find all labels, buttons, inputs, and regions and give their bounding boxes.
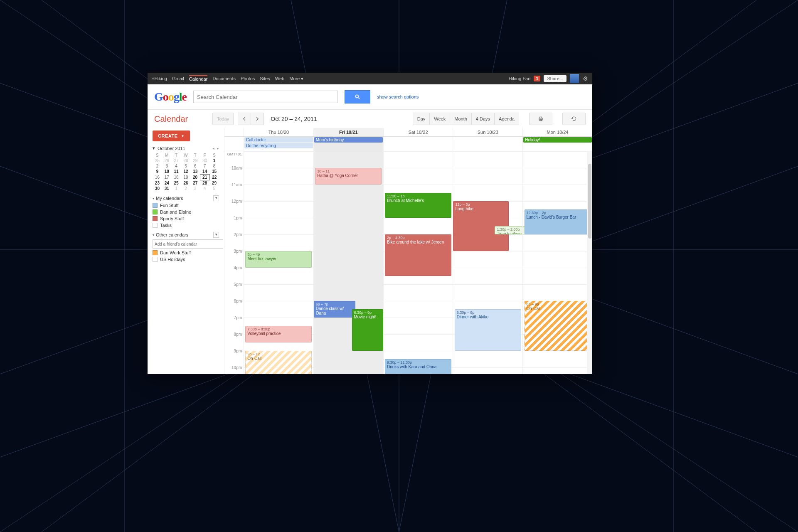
mini-cal-day[interactable]: 3	[162, 163, 172, 169]
calendar-row[interactable]: Dan and Elaine	[153, 209, 219, 214]
day-header[interactable]: Mon 10/24	[522, 128, 592, 136]
notification-badge[interactable]: 1	[534, 76, 540, 81]
allday-cell[interactable]: Holiday!	[522, 137, 592, 151]
view-button[interactable]: Month	[450, 113, 471, 125]
share-button[interactable]: Share...	[544, 75, 566, 82]
google-nav-item[interactable]: Photos	[241, 76, 255, 81]
mini-cal-day[interactable]: 31	[162, 186, 172, 191]
collapse-icon[interactable]: ▾	[153, 233, 154, 237]
mini-cal-next[interactable]: ▸	[217, 146, 219, 150]
prev-button[interactable]	[238, 113, 251, 125]
mini-cal-day[interactable]: 13	[190, 169, 200, 175]
allday-cell[interactable]: Call doctorDo the recycling	[244, 137, 313, 151]
mini-cal-day[interactable]: 3	[190, 186, 200, 191]
mini-cal-day[interactable]: 30	[153, 186, 162, 191]
collapse-icon[interactable]: ▾	[153, 197, 154, 200]
mini-cal-day[interactable]: 27	[172, 158, 181, 163]
calendar-row[interactable]: Sporty Stuff	[153, 216, 219, 221]
allday-event[interactable]: Do the recycling	[244, 143, 313, 148]
mini-cal-day[interactable]: 9	[153, 169, 162, 175]
google-nav-item[interactable]: Calendar	[189, 75, 208, 81]
day-column[interactable]: 11:30 – 1pBrunch at Michelle's2p – 4:30p…	[383, 151, 453, 374]
next-button[interactable]	[251, 113, 264, 125]
mini-cal-day[interactable]: 22	[209, 175, 219, 180]
mini-cal-day[interactable]: 12	[181, 169, 191, 175]
event[interactable]: 9:30p – 11:30pDrinks with Kara and Oana	[385, 359, 451, 374]
allday-cell[interactable]	[453, 137, 522, 151]
create-button[interactable]: CREATE ▼	[153, 131, 190, 141]
mini-cal-day[interactable]: 21	[200, 175, 209, 180]
mini-cal-day[interactable]: 17	[162, 175, 172, 180]
event[interactable]: 6:30p – 9pDinner with Akiko	[455, 309, 521, 351]
mini-cal-day[interactable]: 2	[153, 163, 162, 169]
allday-event[interactable]: Mom's birthday	[314, 137, 383, 143]
mini-cal-day[interactable]: 18	[172, 175, 181, 180]
mini-cal-day[interactable]: 30	[200, 158, 209, 163]
mini-cal-day[interactable]: 16	[153, 175, 162, 180]
event[interactable]: 12:30p – 2pLunch - David's Burger Bar	[525, 209, 591, 234]
section-menu-button[interactable]: ▾	[213, 195, 219, 201]
mini-cal-day[interactable]: 1	[209, 158, 219, 163]
google-nav-item[interactable]: Web	[275, 76, 284, 81]
print-button[interactable]	[529, 113, 552, 125]
event[interactable]: 6p – 9pOn-Call	[525, 301, 591, 351]
mini-cal-day[interactable]: 10	[162, 169, 172, 175]
mini-cal-day[interactable]: 15	[209, 169, 219, 175]
scrollbar[interactable]	[587, 151, 592, 374]
day-header[interactable]: Fri 10/21	[313, 128, 383, 136]
event[interactable]: 3p – 4pMeet tax lawyer	[245, 251, 312, 268]
refresh-button[interactable]	[562, 113, 586, 125]
mini-cal-day[interactable]: 7	[200, 163, 209, 169]
allday-event[interactable]: Holiday!	[523, 137, 592, 143]
day-header[interactable]: Thu 10/20	[244, 128, 313, 136]
event[interactable]: 9p – 12On-Call	[245, 351, 312, 374]
day-column[interactable]: 3p – 4pMeet tax lawyer7:30p – 8:30pVolle…	[244, 151, 313, 374]
mini-cal-day[interactable]: 29	[209, 180, 219, 186]
today-button[interactable]: Today	[212, 113, 234, 125]
mini-cal-day[interactable]: 28	[200, 180, 209, 186]
mini-cal-prev[interactable]: ◂	[212, 146, 214, 150]
mini-cal-grid[interactable]: SMTWTFS252627282930123456789101112131415…	[153, 153, 219, 191]
view-button[interactable]: Agenda	[494, 113, 519, 125]
google-nav-item[interactable]: +Hiking	[152, 76, 167, 81]
google-nav-item[interactable]: Documents	[212, 76, 236, 81]
event[interactable]: 6:30p – 9pMovie night!	[352, 309, 383, 351]
mini-cal-day[interactable]: 19	[181, 175, 191, 180]
mini-cal-day[interactable]: 11	[172, 169, 181, 175]
mini-cal-day[interactable]: 14	[200, 169, 209, 175]
mini-cal-day[interactable]: 5	[181, 163, 191, 169]
user-name[interactable]: Hiking Fan	[509, 76, 531, 81]
add-calendar-input[interactable]	[153, 239, 223, 249]
mini-cal-day[interactable]: 24	[162, 180, 172, 186]
google-nav-item[interactable]: More ▾	[289, 76, 303, 81]
google-nav-item[interactable]: Gmail	[172, 76, 184, 81]
allday-cell[interactable]: Mom's birthday	[313, 137, 383, 151]
mini-cal-day[interactable]: 8	[209, 163, 219, 169]
mini-cal-day[interactable]: 26	[181, 180, 191, 186]
mini-cal-day[interactable]: 29	[190, 158, 200, 163]
event[interactable]: 7:30p – 8:30pVolleyball practice	[245, 326, 312, 342]
event[interactable]: 1:30p – 2:00pTime to clean	[495, 226, 526, 234]
mini-cal-day[interactable]: 28	[181, 158, 191, 163]
calendar-row[interactable]: Tasks	[153, 223, 219, 228]
calendar-row[interactable]: Dan Work Stuff	[153, 250, 219, 255]
mini-cal-day[interactable]: 23	[153, 180, 162, 186]
day-header[interactable]: Sun 10/23	[453, 128, 522, 136]
mini-cal-day[interactable]: 25	[153, 158, 162, 163]
calendar-row[interactable]: Fun Stuff	[153, 203, 219, 208]
section-menu-button[interactable]: ▾	[213, 232, 219, 238]
collapse-icon[interactable]: ▾	[153, 145, 155, 151]
day-column[interactable]: 12p – 3pLong hike1:30p – 2:00pTime to cl…	[453, 151, 522, 374]
search-input[interactable]	[193, 91, 338, 103]
mini-cal-day[interactable]: 2	[181, 186, 191, 191]
mini-cal-day[interactable]: 1	[172, 186, 181, 191]
event[interactable]: 6p – 7pDance class w/ Oana	[314, 301, 355, 318]
allday-cell[interactable]	[383, 137, 453, 151]
event[interactable]: 11:30 – 1pBrunch at Michelle's	[385, 193, 451, 218]
scrollbar-thumb[interactable]	[588, 164, 591, 239]
day-header[interactable]: Sat 10/22	[383, 128, 453, 136]
view-button[interactable]: Week	[429, 113, 450, 125]
mini-cal-day[interactable]: 25	[172, 180, 181, 186]
view-button[interactable]: Day	[413, 113, 430, 125]
mini-cal-day[interactable]: 4	[200, 186, 209, 191]
